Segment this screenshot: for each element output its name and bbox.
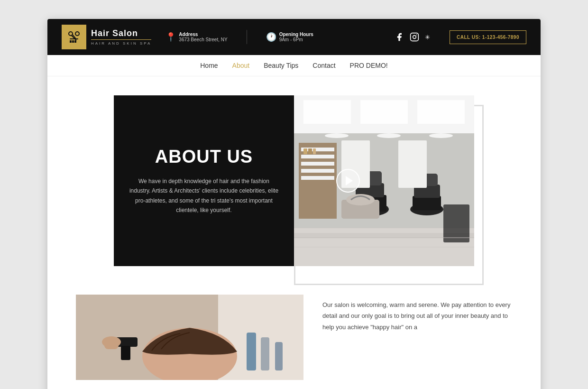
svg-rect-6 [70, 40, 72, 43]
svg-rect-52 [121, 346, 130, 360]
second-text-area: Our salon is welcoming, warm and serene.… [322, 295, 512, 333]
svg-point-45 [325, 133, 349, 138]
hours-info: 🕐 Opening Hours 9Am - 6Pm [266, 32, 313, 42]
svg-rect-25 [301, 169, 334, 173]
address-text: Address 3673 Beech Street, NY [179, 32, 227, 42]
svg-rect-27 [303, 148, 307, 154]
svg-point-46 [377, 133, 401, 138]
site-nav: Home About Beauty Tips Contact PRO DEMO! [47, 55, 541, 76]
logo-text-area: Hair Salon HAIR AND SKIN SPA [91, 28, 151, 46]
svg-rect-17 [417, 100, 465, 124]
svg-rect-35 [413, 196, 441, 210]
svg-rect-26 [301, 176, 334, 180]
svg-rect-56 [261, 337, 269, 370]
svg-rect-23 [301, 155, 334, 158]
svg-rect-39 [398, 140, 427, 188]
svg-text:✳: ✳ [425, 34, 430, 41]
svg-rect-9 [411, 33, 419, 41]
second-paragraph: Our salon is welcoming, warm and serene.… [322, 299, 512, 333]
nav-about[interactable]: About [232, 62, 250, 69]
play-button[interactable] [336, 169, 360, 193]
yelp-icon[interactable]: ✳ [424, 31, 435, 43]
salon-interior-image [294, 95, 474, 266]
svg-point-11 [416, 35, 417, 36]
about-title: ABOUT US [155, 147, 253, 167]
logo-box [62, 25, 86, 49]
nav-beauty-tips[interactable]: Beauty Tips [264, 62, 298, 69]
address-info: 📍 Address 3673 Beech Street, NY [165, 32, 227, 42]
hours-value: 9Am - 6Pm [279, 37, 313, 42]
nav-contact[interactable]: Contact [312, 62, 335, 69]
svg-rect-15 [303, 100, 351, 124]
browser-window: Hair Salon HAIR AND SKIN SPA 📍 Address 3… [47, 19, 541, 389]
nav-home[interactable]: Home [200, 62, 218, 69]
svg-point-10 [413, 36, 416, 39]
address-value: 3673 Beech Street, NY [179, 37, 227, 42]
instagram-icon[interactable] [409, 31, 420, 43]
svg-rect-29 [313, 148, 316, 154]
location-icon: 📍 [165, 32, 176, 42]
site-header: Hair Salon HAIR AND SKIN SPA 📍 Address 3… [47, 19, 541, 55]
svg-rect-24 [301, 162, 334, 166]
logo-area: Hair Salon HAIR AND SKIN SPA [62, 25, 151, 49]
svg-rect-5 [70, 38, 78, 39]
svg-point-47 [429, 133, 453, 138]
nav-pro-demo[interactable]: PRO DEMO! [350, 62, 388, 69]
facebook-icon[interactable] [394, 31, 405, 43]
address-label: Address [179, 32, 227, 37]
svg-rect-16 [360, 100, 408, 124]
svg-rect-57 [275, 342, 283, 370]
svg-rect-8 [74, 40, 76, 43]
clock-icon: 🕐 [266, 32, 276, 42]
svg-rect-42 [443, 204, 469, 242]
about-black-box: ABOUT US We have in depth knowledge of h… [114, 95, 294, 266]
second-image [76, 295, 303, 382]
social-icons: ✳ [394, 31, 435, 43]
header-divider-1 [247, 30, 247, 44]
hours-label: Opening Hours [279, 32, 313, 37]
salon-image-wrapper [294, 95, 474, 266]
about-hero: ABOUT US We have in depth knowledge of h… [76, 95, 512, 266]
svg-rect-55 [247, 333, 256, 370]
svg-rect-54 [104, 340, 119, 349]
svg-rect-7 [72, 40, 74, 43]
svg-rect-28 [308, 148, 312, 154]
second-section: Our salon is welcoming, warm and serene.… [76, 295, 512, 382]
about-description: We have in depth knowledge of hair and t… [128, 176, 280, 215]
salon-image-container [294, 95, 474, 266]
hours-text: Opening Hours 9Am - 6Pm [279, 32, 313, 42]
logo-sub-text: HAIR AND SKIN SPA [91, 41, 151, 46]
logo-main-text: Hair Salon [91, 28, 151, 40]
call-button[interactable]: CALL US: 1-123-456-7890 [450, 30, 526, 44]
main-content: ABOUT US We have in depth knowledge of h… [47, 76, 541, 389]
hair-styling-image [76, 295, 303, 380]
logo-icon [65, 28, 83, 46]
